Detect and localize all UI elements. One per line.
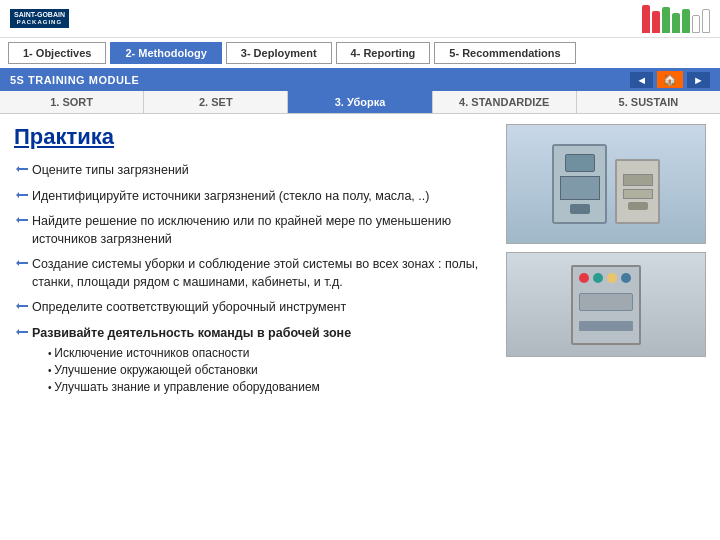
bullet-icon-2 (14, 189, 32, 203)
bullet-icon-6 (14, 326, 32, 340)
prev-button[interactable]: ◄ (630, 72, 653, 88)
nav-arrows: ◄ 🏠 ► (630, 71, 710, 88)
sub-list-item: Улучшение окружающей обстановки (48, 363, 492, 377)
bullet-icon-4 (14, 257, 32, 271)
ctrl-dot-green (593, 273, 603, 283)
tab-objectives[interactable]: 1- Objectives (8, 42, 106, 64)
bullet-text-2: Идентифицируйте источники загрязнений (с… (32, 188, 492, 206)
step-standardize[interactable]: 4. STANDARDIZE (433, 91, 577, 113)
sub-list-item: Улучшать знание и управление оборудовани… (48, 380, 492, 394)
training-module-label: 5S TRAINING MODULE (10, 74, 139, 86)
list-item: Идентифицируйте источники загрязнений (с… (14, 188, 492, 206)
list-item: Определите соответствующий уборочный инс… (14, 299, 492, 317)
bullet-icon-1 (14, 163, 32, 177)
bullet-text-3: Найдите решение по исключению или по кра… (32, 213, 492, 248)
tab-methodology[interactable]: 2- Methodology (110, 42, 221, 64)
ctrl-panel-bar (579, 321, 633, 331)
svg-marker-3 (16, 260, 28, 266)
page-title: Практика (14, 124, 492, 150)
machine-illustration-2 (507, 253, 705, 356)
bottle-6 (692, 15, 700, 33)
machine-illustration-1 (507, 125, 705, 243)
bullet-icon-3 (14, 214, 32, 228)
bullet-text-5: Определите соответствующий уборочный инс… (32, 299, 492, 317)
svg-marker-0 (16, 166, 28, 172)
bullet-icon-5 (14, 300, 32, 314)
step-sort[interactable]: 1. SORT (0, 91, 144, 113)
svg-marker-2 (16, 217, 28, 223)
sub-list-item: Исключение источников опасности (48, 346, 492, 360)
svg-marker-5 (16, 329, 28, 335)
step-uborka[interactable]: 3. Уборка (288, 91, 432, 113)
bottle-7 (702, 9, 710, 33)
list-item: Оцените типы загрязнений (14, 162, 492, 180)
bottle-3 (662, 7, 670, 33)
company-subtitle: PACKAGING (14, 19, 65, 26)
ctrl-dot-yellow (607, 273, 617, 283)
bullet-text-1: Оцените типы загрязнений (32, 162, 492, 180)
bottle-1 (642, 5, 650, 33)
bottle-5 (682, 9, 690, 33)
step-sustain[interactable]: 5. SUSTAIN (577, 91, 720, 113)
tab-reporting[interactable]: 4- Reporting (336, 42, 431, 64)
ctrl-dot-blue (621, 273, 631, 283)
step-set[interactable]: 2. SET (144, 91, 288, 113)
list-item: Найдите решение по исключению или по кра… (14, 213, 492, 248)
bullet-text-6: Развивайте деятельность команды в рабоче… (32, 326, 351, 340)
ctrl-dot-red (579, 273, 589, 283)
machine-image-top (506, 124, 706, 244)
bottle-icons (642, 5, 710, 33)
bullet-text-4: Создание системы уборки и соблюдение это… (32, 256, 492, 291)
svg-marker-1 (16, 192, 28, 198)
sub-list: Исключение источников опасности Улучшени… (32, 346, 492, 394)
content-left: Практика Оцените типы загрязнений Иденти… (14, 124, 492, 405)
main-content: Практика Оцените типы загрязнений Иденти… (0, 114, 720, 415)
control-panel (571, 265, 641, 345)
list-item: Создание системы уборки и соблюдение это… (14, 256, 492, 291)
logo-area: SAINT-GOBAIN PACKAGING (10, 9, 69, 29)
bullet-bold-6: Развивайте деятельность команды в рабоче… (32, 326, 351, 340)
content-right (506, 124, 706, 405)
step-tabs: 1. SORT 2. SET 3. Уборка 4. STANDARDIZE … (0, 91, 720, 114)
top-bar: SAINT-GOBAIN PACKAGING (0, 0, 720, 38)
tab-recommendations[interactable]: 5- Recommendations (434, 42, 575, 64)
bottle-2 (652, 11, 660, 33)
machine-image-bottom (506, 252, 706, 357)
home-button[interactable]: 🏠 (657, 71, 683, 88)
next-button[interactable]: ► (687, 72, 710, 88)
training-bar: 5S TRAINING MODULE ◄ 🏠 ► (0, 68, 720, 91)
bottle-4 (672, 13, 680, 33)
company-logo: SAINT-GOBAIN PACKAGING (10, 9, 69, 29)
ctrl-panel-display (579, 293, 633, 311)
svg-marker-4 (16, 303, 28, 309)
bullet-list: Оцените типы загрязнений Идентифицируйте… (14, 162, 492, 397)
company-name: SAINT-GOBAIN (14, 11, 65, 19)
nav-tabs: 1- Objectives 2- Methodology 3- Deployme… (0, 38, 720, 68)
list-item: Развивайте деятельность команды в рабоче… (14, 325, 492, 398)
tab-deployment[interactable]: 3- Deployment (226, 42, 332, 64)
